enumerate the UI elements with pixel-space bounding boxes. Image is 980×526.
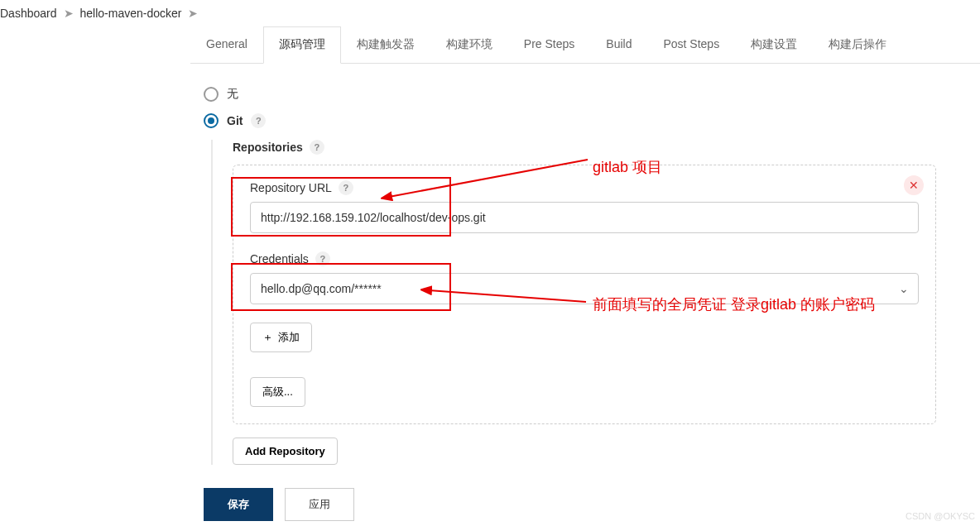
repository-block: ✕ Repository URL ? Credentials ? hello.d… bbox=[233, 165, 936, 424]
chevron-right-icon: ➤ bbox=[64, 7, 74, 20]
radio-none-label: 无 bbox=[227, 87, 238, 102]
repo-url-input[interactable] bbox=[250, 202, 919, 233]
tab-pre-steps[interactable]: Pre Steps bbox=[508, 26, 590, 63]
add-credentials-button[interactable]: ＋ 添加 bbox=[250, 323, 312, 352]
repositories-label: Repositories bbox=[233, 141, 303, 154]
apply-button[interactable]: 应用 bbox=[285, 488, 354, 521]
help-icon[interactable]: ? bbox=[310, 140, 324, 155]
breadcrumb: Dashboard ➤ hello-maven-docker ➤ bbox=[0, 0, 980, 26]
credentials-label: Credentials bbox=[250, 252, 309, 265]
close-icon[interactable]: ✕ bbox=[904, 175, 924, 195]
chevron-right-icon: ➤ bbox=[188, 7, 198, 20]
add-credentials-label: 添加 bbox=[278, 330, 300, 345]
radio-none[interactable] bbox=[204, 87, 219, 102]
tab-build[interactable]: Build bbox=[590, 26, 647, 63]
tab-post-build[interactable]: 构建后操作 bbox=[813, 26, 902, 63]
plus-icon: ＋ bbox=[262, 330, 273, 345]
help-icon[interactable]: ? bbox=[315, 251, 330, 266]
help-icon[interactable]: ? bbox=[251, 113, 266, 128]
config-tabs: General 源码管理 构建触发器 构建环境 Pre Steps Build … bbox=[190, 26, 980, 64]
tab-env[interactable]: 构建环境 bbox=[430, 26, 508, 63]
add-repository-button[interactable]: Add Repository bbox=[233, 438, 338, 465]
tab-build-settings[interactable]: 构建设置 bbox=[735, 26, 813, 63]
breadcrumb-project[interactable]: hello-maven-docker bbox=[80, 7, 182, 20]
tab-triggers[interactable]: 构建触发器 bbox=[341, 26, 430, 63]
radio-git-label: Git bbox=[227, 114, 243, 127]
save-button[interactable]: 保存 bbox=[204, 488, 273, 521]
breadcrumb-dashboard[interactable]: Dashboard bbox=[0, 7, 57, 20]
repo-url-label: Repository URL bbox=[250, 181, 332, 194]
help-icon[interactable]: ? bbox=[339, 180, 353, 195]
tab-post-steps[interactable]: Post Steps bbox=[647, 26, 735, 63]
credentials-select[interactable]: hello.dp@qq.com/****** bbox=[250, 273, 919, 304]
radio-git[interactable] bbox=[204, 113, 219, 128]
tab-general[interactable]: General bbox=[190, 26, 263, 63]
watermark: CSDN @OKYSC bbox=[906, 511, 975, 521]
tab-scm[interactable]: 源码管理 bbox=[263, 26, 341, 64]
advanced-button[interactable]: 高级... bbox=[250, 377, 305, 407]
